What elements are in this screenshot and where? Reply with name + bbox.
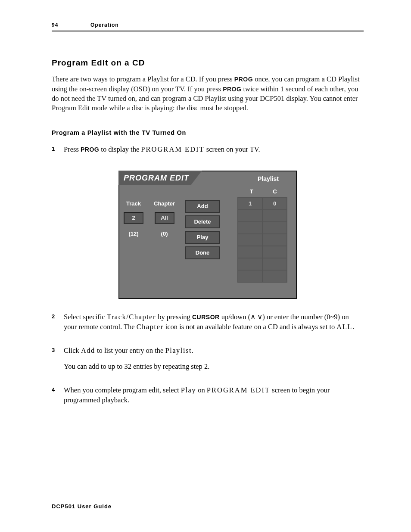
step-number: 3 (52, 345, 64, 377)
step2-text-a: Select specific (64, 313, 107, 321)
osd-button-column: Add Delete Play Done (185, 200, 220, 259)
step-2: 2 Select specific Track/Chapter by press… (52, 312, 364, 338)
step-list: 1 Press PROG to display the PROGRAM EDIT… (52, 144, 364, 160)
osd-row1-t: 1 (238, 198, 263, 209)
osd-delete-button: Delete (185, 215, 220, 228)
prog-key-1: PROG (234, 76, 253, 83)
subsection-title: Program a Playlist with the TV Turned On (52, 128, 364, 137)
osd-playlist-row (238, 270, 286, 282)
section-title: Program Edit on a CD (52, 57, 364, 69)
step-3: 3 Click Add to list your entry on the Pl… (52, 345, 364, 377)
screen-name: PROGRAM EDIT (207, 386, 270, 394)
osd-chapter-value: All (155, 212, 174, 224)
osd-chapter-label: Chapter (154, 200, 175, 208)
osd-playlist-row (238, 233, 286, 246)
osd-track-label: Track (126, 200, 141, 208)
osd-figure: PROGRAM EDIT Playlist T C 1 0 (52, 171, 364, 299)
intro-text-1: There are two ways to program a Playlist… (52, 75, 234, 83)
step2-text-e: . (352, 323, 354, 331)
track-chapter-term: Track/Chapter (107, 313, 156, 321)
step4-text-a: When you complete program edit, select (64, 386, 181, 394)
step-number: 2 (52, 312, 64, 338)
step1-text-c: screen on your TV. (205, 145, 260, 153)
step-1: 1 Press PROG to display the PROGRAM EDIT… (52, 144, 364, 160)
header-section: Operation (90, 22, 119, 29)
step-number: 4 (52, 385, 64, 411)
osd-track-chapter-area: Track 2 (12) Chapter All (0) (124, 200, 175, 238)
step3-note: You can add to up to 32 entries by repea… (64, 361, 364, 371)
osd-col-c: C (263, 187, 286, 196)
osd-screen: PROGRAM EDIT Playlist T C 1 0 (118, 171, 297, 299)
intro-paragraph: There are two ways to program a Playlist… (52, 75, 364, 113)
osd-col-t: T (240, 187, 263, 196)
footer: DCP501 User Guide (52, 503, 112, 510)
osd-chapter-col: Chapter All (0) (154, 200, 175, 238)
prog-key-2: PROG (223, 86, 241, 93)
screen-name: PROGRAM EDIT (141, 145, 204, 153)
step2-text-b: by pressing (156, 313, 192, 321)
step-number: 1 (52, 144, 64, 160)
playlist-term: Playlist (165, 346, 192, 355)
all-term: ALL (336, 323, 352, 331)
play-term: Play (181, 386, 196, 394)
step3-text-a: Click (64, 346, 81, 355)
step2-text-d: icon is not an available feature on a CD… (164, 323, 337, 331)
step3-text-b: to list your entry on the (95, 346, 165, 355)
prog-key: PROG (81, 146, 99, 153)
step1-text-b: to display the (99, 145, 141, 153)
chapter-term: Chapter (137, 323, 164, 331)
osd-track-col: Track 2 (12) (124, 200, 143, 238)
osd-play-button: Play (185, 231, 220, 244)
osd-add-button: Add (185, 200, 220, 213)
step-list-cont: 2 Select specific Track/Chapter by press… (52, 312, 364, 411)
osd-track-count: (12) (128, 230, 138, 238)
osd-playlist-row: 1 0 (238, 197, 286, 209)
step-4: 4 When you complete program edit, select… (52, 385, 364, 411)
osd-row1-c: 0 (263, 198, 286, 209)
running-header: 94 Operation (52, 22, 364, 31)
osd-track-value: 2 (124, 212, 143, 224)
step3-text-c: . (192, 346, 193, 355)
step1-text-a: Press (64, 145, 81, 153)
osd-done-button: Done (185, 246, 220, 259)
osd-playlist-label: Playlist (258, 175, 279, 184)
osd-playlist-row (238, 209, 286, 221)
osd-playlist-row (238, 258, 286, 270)
page-number: 94 (52, 22, 90, 29)
cursor-key: CURSOR (192, 314, 220, 320)
osd-playlist-grid: 1 0 (237, 197, 287, 283)
osd-title: PROGRAM EDIT (118, 171, 202, 185)
osd-chapter-count: (0) (161, 230, 168, 238)
osd-playlist-row (238, 246, 286, 258)
osd-tc-header: T C (240, 187, 286, 196)
add-term: Add (81, 346, 95, 355)
step4-text-b: on (196, 386, 207, 394)
osd-playlist-row (238, 221, 286, 233)
